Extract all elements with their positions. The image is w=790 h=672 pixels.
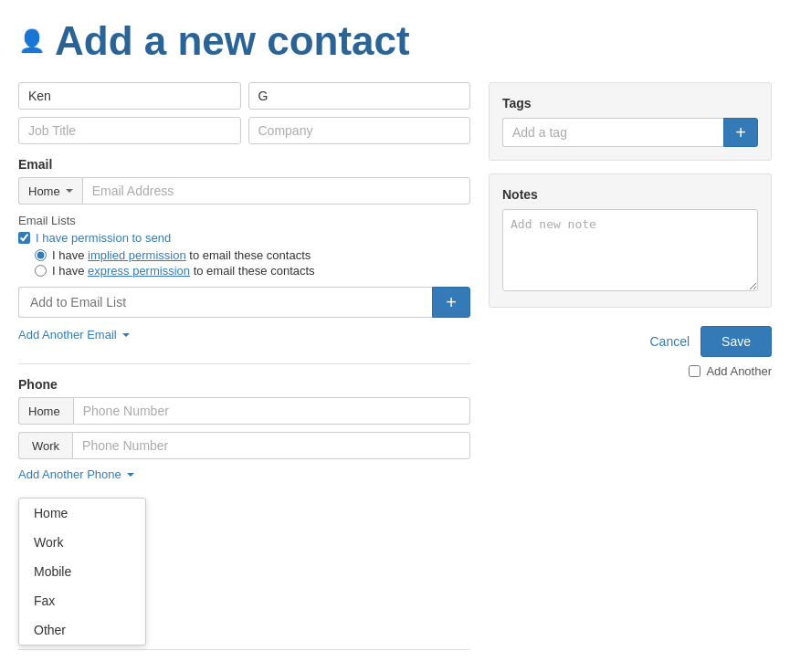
job-title-input[interactable] <box>18 117 241 144</box>
add-another-check-row: Add Another <box>489 364 772 378</box>
name-row <box>18 82 470 110</box>
email-address-input[interactable] <box>82 177 470 205</box>
add-to-email-list-row: + <box>18 287 470 318</box>
page-title: Add a new contact <box>55 18 410 64</box>
save-button[interactable]: Save <box>700 326 772 357</box>
person-icon: 👤 <box>18 28 46 54</box>
phone-work-input[interactable] <box>72 432 470 459</box>
add-another-phone-label: Add Another Phone <box>18 467 121 481</box>
permission-label: I have permission to send <box>36 231 171 245</box>
phone-section-label: Phone <box>18 377 470 392</box>
phone-work-row: Work <box>18 432 470 459</box>
express-permission-radio[interactable] <box>35 265 47 277</box>
tag-input-row: + <box>502 118 758 147</box>
phone-type-mobile[interactable]: Mobile <box>19 557 145 586</box>
notes-section: Notes <box>489 173 772 308</box>
permission-checkbox-row: I have permission to send <box>18 231 470 245</box>
implied-permission-row: I have implied permission to email these… <box>35 248 470 262</box>
tags-label: Tags <box>502 96 758 110</box>
implied-permission-radio[interactable] <box>35 249 47 261</box>
first-name-input[interactable] <box>18 82 241 110</box>
phone-home-dropdown[interactable]: Home <box>18 397 73 425</box>
express-permission-link[interactable]: express permission <box>88 264 190 278</box>
right-panel: Tags + Notes Cancel Save Add Another <box>489 82 772 659</box>
add-another-checkbox[interactable] <box>689 365 700 377</box>
permission-checkbox[interactable] <box>18 232 30 244</box>
add-another-email-label: Add Another Email <box>18 328 117 341</box>
phone-work-btn[interactable]: Work <box>18 432 72 459</box>
add-email-list-button[interactable]: + <box>432 287 470 318</box>
phone-work-type-label: Work <box>32 439 59 453</box>
email-section-label: Email <box>18 157 470 172</box>
add-another-phone-wrapper: Add Another Phone Home Work Mobile Fax O… <box>18 467 134 494</box>
phone-type-dropdown-menu: Home Work Mobile Fax Other <box>18 498 146 646</box>
add-another-phone-caret <box>127 473 134 477</box>
phone-home-input[interactable] <box>73 397 470 425</box>
notes-label: Notes <box>502 187 758 202</box>
express-permission-row: I have express permission to email these… <box>35 264 470 278</box>
bottom-actions: Cancel Save <box>489 326 772 357</box>
phone-type-work[interactable]: Work <box>19 528 145 557</box>
implied-permission-link[interactable]: implied permission <box>88 248 186 262</box>
phone-home-type-label: Home <box>28 404 60 418</box>
implied-permission-text: I have implied permission to email these… <box>52 248 311 262</box>
express-permission-text: I have express permission to email these… <box>52 264 315 278</box>
phone-type-other[interactable]: Other <box>19 615 145 645</box>
email-lists-section: Email Lists I have permission to send I … <box>18 214 470 278</box>
divider-1 <box>18 363 470 364</box>
phone-type-home[interactable]: Home <box>19 499 145 528</box>
last-name-input[interactable] <box>248 82 471 110</box>
cancel-button[interactable]: Cancel <box>649 334 690 349</box>
add-tag-input[interactable] <box>502 118 723 147</box>
add-another-check-label: Add Another <box>706 364 772 378</box>
left-panel: Email Home Email Lists I have permission… <box>18 82 470 659</box>
email-type-dropdown[interactable]: Home <box>18 177 82 205</box>
email-lists-label: Email Lists <box>18 214 470 227</box>
phone-home-row: Home <box>18 397 470 425</box>
phone-type-fax[interactable]: Fax <box>19 586 145 615</box>
notes-textarea[interactable] <box>502 209 758 291</box>
add-to-email-list-input[interactable] <box>18 287 432 318</box>
add-another-email-button[interactable]: Add Another Email <box>18 328 130 341</box>
tags-section: Tags + <box>489 82 772 161</box>
company-input[interactable] <box>248 117 471 144</box>
email-row: Home <box>18 177 470 205</box>
add-another-phone-button[interactable]: Add Another Phone <box>18 467 134 481</box>
add-another-email-caret <box>122 333 130 337</box>
job-company-row <box>18 117 470 144</box>
email-type-caret <box>66 189 73 193</box>
add-tag-button[interactable]: + <box>723 118 758 147</box>
divider-2 <box>18 649 470 650</box>
email-type-label: Home <box>28 184 60 198</box>
